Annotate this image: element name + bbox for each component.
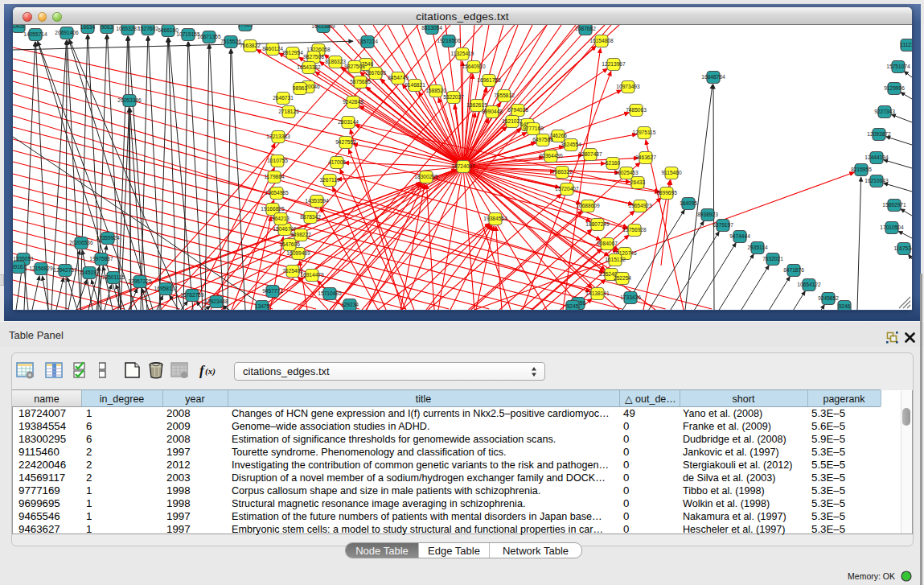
- svg-text:19654923: 19654923: [628, 203, 652, 208]
- svg-text:16958117: 16958117: [154, 286, 178, 291]
- svg-text:9063: 9063: [101, 25, 113, 30]
- svg-text:8938923: 8938923: [697, 212, 718, 217]
- svg-text:8990448: 8990448: [482, 109, 503, 114]
- svg-text:12093872: 12093872: [867, 131, 891, 137]
- svg-text:98961: 98961: [293, 85, 308, 91]
- svg-text:16961758: 16961758: [477, 77, 501, 83]
- svg-text:15756928: 15756928: [622, 227, 647, 233]
- svg-text:8813054: 8813054: [421, 25, 442, 31]
- svg-text:16210643: 16210643: [864, 178, 889, 183]
- svg-text:16634: 16634: [80, 25, 96, 30]
- svg-text:10973493: 10973493: [616, 84, 640, 89]
- svg-text:8878342: 8878342: [300, 214, 321, 220]
- svg-text:9084067: 9084067: [597, 241, 618, 246]
- svg-text:8460124: 8460124: [262, 46, 283, 51]
- svg-text:62160: 62160: [606, 160, 621, 166]
- svg-text:129234: 129234: [341, 302, 359, 307]
- svg-text:16543382: 16543382: [297, 64, 321, 70]
- svg-text:2803144: 2803144: [338, 119, 359, 125]
- svg-text:10654122: 10654122: [797, 282, 821, 287]
- svg-text:1615132: 1615132: [605, 257, 626, 262]
- svg-text:15720407: 15720407: [555, 186, 579, 192]
- svg-text:6497568: 6497568: [532, 137, 553, 142]
- svg-text:(x): (x): [205, 366, 216, 377]
- svg-text:1527602: 1527602: [138, 26, 158, 31]
- svg-text:8454749: 8454749: [388, 75, 409, 80]
- svg-text:3267110: 3267110: [319, 177, 340, 183]
- svg-text:10807487: 10807487: [578, 151, 602, 157]
- svg-text:1588520: 1588520: [425, 88, 446, 93]
- svg-text:16099489: 16099489: [286, 250, 310, 256]
- svg-text:19218506: 19218506: [437, 38, 461, 43]
- svg-text:964213: 964213: [272, 216, 290, 221]
- svg-text:20364436: 20364436: [539, 153, 563, 159]
- svg-text:20206536: 20206536: [69, 240, 93, 245]
- svg-text:13475: 13475: [255, 303, 270, 309]
- svg-text:10025453: 10025453: [614, 170, 639, 175]
- svg-text:20691406: 20691406: [55, 30, 79, 35]
- svg-text:9827508: 9827508: [303, 54, 324, 60]
- svg-text:9115460: 9115460: [661, 170, 682, 175]
- svg-text:3624554: 3624554: [561, 142, 581, 147]
- svg-text:9245: 9245: [567, 303, 579, 309]
- svg-text:16782759: 16782759: [180, 292, 204, 298]
- svg-text:1547606: 1547606: [279, 241, 300, 247]
- svg-text:15046746: 15046746: [273, 226, 297, 232]
- svg-text:15710485: 15710485: [318, 290, 342, 296]
- svg-text:19654985: 19654985: [265, 190, 289, 196]
- svg-text:15751074: 15751074: [886, 64, 910, 69]
- svg-text:2718126: 2718126: [278, 109, 299, 114]
- svg-text:15692971: 15692971: [882, 202, 906, 208]
- svg-text:12975115: 12975115: [633, 130, 656, 135]
- svg-text:19975887: 19975887: [89, 256, 113, 262]
- svg-text:12213383: 12213383: [266, 134, 290, 139]
- svg-text:14353594: 14353594: [305, 198, 329, 204]
- svg-text:2087682: 2087682: [575, 26, 596, 31]
- svg-text:16914479: 16914479: [300, 272, 324, 278]
- svg-text:1362615: 1362615: [466, 102, 487, 108]
- svg-text:5322037: 5322037: [443, 94, 464, 100]
- svg-text:39167: 39167: [13, 264, 26, 270]
- svg-text:12942737: 12942737: [53, 267, 77, 273]
- svg-text:1733436: 1733436: [620, 295, 641, 300]
- svg-text:9327508: 9327508: [344, 64, 365, 69]
- svg-text:9463627: 9463627: [635, 154, 656, 160]
- svg-text:9129996: 9129996: [884, 85, 905, 91]
- svg-text:1010755: 1010755: [267, 158, 288, 163]
- svg-text:6794028: 6794028: [507, 107, 528, 113]
- svg-text:19166825: 19166825: [261, 206, 285, 212]
- svg-text:9777169: 9777169: [523, 126, 544, 131]
- svg-text:9427552: 9427552: [335, 139, 356, 145]
- svg-text:8912954: 8912954: [282, 50, 303, 56]
- svg-text:16033809: 16033809: [311, 25, 335, 29]
- svg-text:9457771: 9457771: [262, 288, 283, 294]
- svg-text:9474444: 9474444: [729, 233, 750, 239]
- svg-text:8471876: 8471876: [783, 267, 804, 273]
- svg-text:164095: 164095: [680, 200, 697, 206]
- svg-text:252254: 252254: [614, 275, 631, 281]
- svg-text:17010504: 17010504: [880, 225, 904, 230]
- svg-text:6466160: 6466160: [158, 27, 179, 33]
- svg-text:9246: 9246: [839, 303, 851, 309]
- svg-text:5875685: 5875685: [350, 79, 371, 84]
- svg-text:18807249: 18807249: [585, 221, 610, 227]
- svg-text:7955812: 7955812: [494, 93, 515, 98]
- svg-text:12444194: 12444194: [864, 154, 889, 160]
- svg-text:15640910: 15640910: [462, 64, 486, 69]
- svg-text:12213967: 12213967: [602, 61, 626, 67]
- svg-text:9242848: 9242848: [343, 99, 363, 105]
- svg-text:17359924: 17359924: [96, 235, 120, 241]
- svg-text:16154808: 16154808: [589, 38, 614, 43]
- svg-text:2935114: 2935114: [747, 245, 768, 250]
- svg-text:16648784: 16648784: [701, 74, 725, 80]
- svg-text:26433: 26433: [630, 179, 646, 185]
- svg-text:12923448: 12923448: [204, 299, 228, 304]
- svg-text:14055714: 14055714: [23, 31, 47, 37]
- svg-text:9146821: 9146821: [405, 82, 425, 88]
- svg-text:12501115: 12501115: [102, 274, 125, 280]
- svg-text:9245652: 9245652: [818, 295, 839, 301]
- svg-text:7515526: 7515526: [220, 39, 241, 44]
- svg-text:1167534: 1167534: [893, 245, 912, 251]
- svg-text:14138141: 14138141: [585, 290, 610, 296]
- svg-text:2867608: 2867608: [365, 70, 386, 76]
